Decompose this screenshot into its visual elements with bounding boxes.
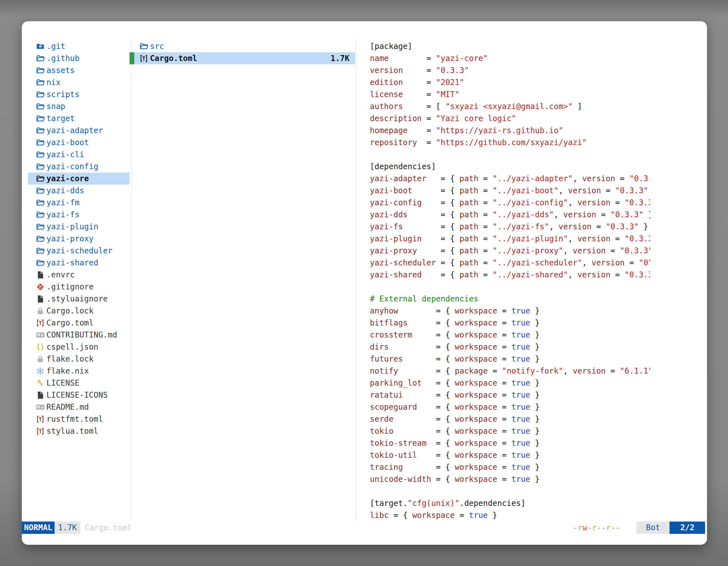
- sidebar-item-git[interactable]: .git: [28, 40, 130, 52]
- current-item-cargo-toml[interactable]: Cargo.toml1.7K: [130, 52, 355, 64]
- file-name: rustfmt.toml: [46, 413, 103, 425]
- sidebar-item-cspell-json[interactable]: cspell.json: [28, 341, 130, 353]
- preview-line: [370, 149, 650, 161]
- file-name: scripts: [46, 88, 79, 100]
- file-name: README.md: [46, 401, 89, 413]
- sidebar-item-yazi-core[interactable]: yazi-core: [28, 173, 130, 185]
- preview-line: version = "0.3.3": [370, 64, 650, 76]
- sidebar-item-yazi-fs[interactable]: yazi-fs: [28, 209, 130, 221]
- preview-line: yazi-scheduler = { path = "../yazi-sched…: [370, 257, 650, 269]
- preview-line: ratatui = { workspace = true }: [370, 389, 650, 401]
- sidebar-item-nix[interactable]: nix: [28, 76, 130, 88]
- file-name: .envrc: [46, 269, 75, 281]
- preview-line: authors = [ "sxyazi <sxyazi@gmail.com>" …: [370, 100, 650, 112]
- preview-line: description = "Yazi core logic": [370, 112, 650, 125]
- sidebar-item-yazi-plugin[interactable]: yazi-plugin: [28, 221, 130, 233]
- sidebar-item-yazi-proxy[interactable]: yazi-proxy: [28, 233, 130, 245]
- snowflake-icon: [36, 366, 45, 375]
- sidebar-item-yazi-shared[interactable]: yazi-shared: [28, 257, 130, 269]
- hover-marker: [130, 52, 134, 64]
- folder-open-icon: [36, 259, 45, 267]
- braces-icon: [36, 342, 45, 351]
- preview-line: name = "yazi-core": [370, 52, 650, 64]
- sidebar-item-yazi-cli[interactable]: yazi-cli: [28, 149, 130, 161]
- preview-line: [370, 485, 650, 497]
- folder-open-icon: [36, 150, 45, 159]
- file-name: yazi-fm: [46, 197, 79, 209]
- folder-open-icon: [36, 114, 45, 123]
- sidebar-item-readme-md[interactable]: README.md: [28, 401, 130, 413]
- preview-line: [dependencies]: [370, 161, 650, 173]
- folder-open-icon: [36, 162, 45, 171]
- yazi-window: .git.githubassetsnixscriptssnaptargetyaz…: [22, 21, 707, 545]
- sidebar-item-gitignore[interactable]: .gitignore: [28, 281, 130, 293]
- preview-line: edition = "2021": [370, 76, 650, 88]
- sidebar-item-flake-nix[interactable]: flake.nix: [28, 365, 130, 377]
- preview-line: tokio-stream = { workspace = true }: [370, 437, 650, 449]
- lock-icon: [36, 354, 45, 363]
- permissions-text: -rw-r--r--: [573, 523, 620, 532]
- sidebar-item-cargo-toml[interactable]: Cargo.toml: [28, 317, 130, 329]
- file-name: .styluaignore: [46, 293, 108, 305]
- sidebar-item-snap[interactable]: snap: [28, 100, 130, 112]
- scroll-position-badge: Bot: [637, 522, 670, 534]
- sidebar-item-contributing-md[interactable]: CONTRIBUTING.md: [28, 329, 130, 341]
- parent-pane[interactable]: .git.githubassetsnixscriptssnaptargetyaz…: [22, 40, 131, 437]
- folder-open-icon: [36, 78, 45, 87]
- folder-open-icon: [36, 102, 45, 111]
- file-name: yazi-scheduler: [46, 245, 112, 257]
- sidebar-item-stylua-toml[interactable]: stylua.toml: [28, 425, 130, 437]
- file-name: CONTRIBUTING.md: [46, 329, 117, 341]
- sidebar-item-license-icons[interactable]: LICENSE-ICONS: [28, 389, 130, 401]
- sidebar-item-yazi-config[interactable]: yazi-config: [28, 161, 130, 173]
- sidebar-item-yazi-dds[interactable]: yazi-dds: [28, 185, 130, 197]
- current-pane[interactable]: srcCargo.toml1.7K: [130, 40, 355, 64]
- file-name: yazi-boot: [46, 137, 89, 149]
- preview-line: crossterm = { workspace = true }: [370, 329, 650, 341]
- sidebar-item-cargo-lock[interactable]: Cargo.lock: [28, 305, 130, 317]
- sidebar-item-yazi-scheduler[interactable]: yazi-scheduler: [28, 245, 130, 257]
- folder-open-icon: [36, 90, 45, 99]
- sidebar-item-target[interactable]: target: [28, 112, 130, 125]
- sidebar-item-envrc[interactable]: .envrc: [28, 269, 130, 281]
- file-name: assets: [46, 64, 75, 76]
- sidebar-item-assets[interactable]: assets: [28, 64, 130, 76]
- preview-line: libc = { workspace = true }: [370, 509, 650, 521]
- file-icon: [36, 271, 45, 280]
- preview-line: [370, 281, 650, 293]
- sidebar-item-github[interactable]: .github: [28, 52, 130, 64]
- key-icon: [36, 379, 45, 387]
- hover-marker: [130, 40, 134, 52]
- lock-icon: [36, 306, 45, 315]
- cursor-counter-badge: 2/2: [670, 522, 705, 534]
- current-item-src[interactable]: src: [130, 40, 355, 52]
- sidebar-item-scripts[interactable]: scripts: [28, 88, 130, 100]
- file-icon: [36, 391, 45, 400]
- file-name: yazi-dds: [46, 185, 84, 197]
- toml-icon: [139, 54, 148, 63]
- preview-pane[interactable]: [package]name = "yazi-core"version = "0.…: [370, 40, 650, 523]
- preview-line: yazi-shared = { path = "../yazi-shared",…: [370, 269, 650, 281]
- file-name: yazi-cli: [46, 149, 84, 161]
- preview-line: repository = "https://github.com/sxyazi/…: [370, 137, 650, 149]
- folder-open-icon: [36, 54, 45, 63]
- preview-line: serde = { workspace = true }: [370, 413, 650, 425]
- file-name: flake.nix: [46, 365, 89, 377]
- sidebar-item-yazi-adapter[interactable]: yazi-adapter: [28, 125, 130, 137]
- toml-icon: [36, 415, 45, 424]
- sidebar-item-styluaignore[interactable]: .styluaignore: [28, 293, 130, 305]
- file-name: target: [46, 112, 75, 125]
- file-name: Cargo.toml: [46, 317, 94, 329]
- sidebar-item-yazi-boot[interactable]: yazi-boot: [28, 137, 130, 149]
- mode-badge: NORMAL: [22, 522, 55, 534]
- preview-line: homepage = "https://yazi-rs.github.io": [370, 125, 650, 137]
- sidebar-item-license[interactable]: LICENSE: [28, 377, 130, 389]
- file-name: yazi-core: [46, 173, 89, 185]
- file-name: src: [150, 40, 164, 52]
- preview-line: bitflags = { workspace = true }: [370, 317, 650, 329]
- sidebar-item-yazi-fm[interactable]: yazi-fm: [28, 197, 130, 209]
- file-name: .github: [46, 52, 79, 64]
- preview-line: [target."cfg(unix)".dependencies]: [370, 497, 650, 509]
- sidebar-item-flake-lock[interactable]: flake.lock: [28, 353, 130, 365]
- sidebar-item-rustfmt-toml[interactable]: rustfmt.toml: [28, 413, 130, 425]
